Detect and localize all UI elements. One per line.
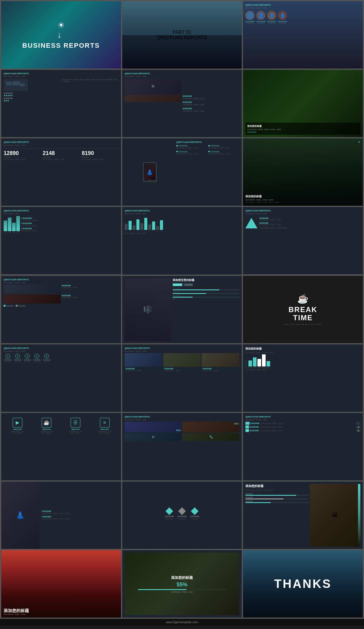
slide-8-header: QINGYUAN REPORTS	[176, 141, 239, 144]
slide-9-title: 添加您的标题	[245, 195, 279, 198]
slide-11-header: QINGYUAN REPORTS	[125, 209, 240, 212]
slide-6: 添加您的标题 添加文字描述内容，关联系统，立意深刻，内容完善，立意深刻 添加您的…	[243, 70, 363, 137]
slide-5-header: QINGYUAN REPORTS	[125, 72, 181, 75]
stat-2: 2148	[43, 150, 80, 156]
slide-21: QINGYUAN REPORTS 添加文字描述内容，关联系统，立意深刻 🔍 添加…	[243, 413, 363, 480]
slide-13-header: QINGYUAN REPORTS	[4, 278, 119, 281]
slide-17-header: QINGYUAN REPORTS	[125, 347, 240, 350]
slide-5: QINGYUAN REPORTS 添加文字描述内容，关联系统，立意深刻 📷 添加…	[122, 70, 242, 137]
slide-13: QINGYUAN REPORTS 添加文字描述内容，关联系统，立意深刻 添加您的…	[1, 276, 121, 343]
slide-24-title: 添加您的标题	[245, 484, 308, 488]
part-subtitle: QINGYUAN REPORTS	[157, 35, 207, 40]
slide-16-header: QINGYUAN REPORTS	[4, 347, 119, 350]
stat-3: 8190	[82, 150, 119, 156]
slide-4-subtext: 添加文字描述内容，关联系统，立意深刻	[4, 76, 119, 78]
slide-3-subtext: 添加文字描述内容，关联系统，立意深刻	[245, 7, 360, 9]
stat-1: 12890	[4, 150, 40, 156]
slide-6-title: 添加您的标题	[247, 124, 359, 128]
slide-20-header: QINGYUAN REPORTS	[125, 415, 240, 418]
part-number: PART 01	[172, 30, 191, 35]
slide-17: QINGYUAN REPORTS 添加文字描述内容，关联系统，立意深刻 添加您的…	[122, 344, 242, 412]
slide-11: QINGYUAN REPORTS 添加文字描述内容，关联系统，立意深刻 a b …	[122, 207, 242, 274]
slide-24: 添加您的标题 添加文字描述内容，关联系统，立意深刻，内容完善 添加您的标题 添加…	[243, 482, 363, 549]
slide-10-header: QINGYUAN REPORTS	[4, 209, 119, 212]
slide-14: 🎼 添加您宝贵的标题 添加您的标题 添加您的标题 添加您的标题 添加您的标题 添…	[122, 276, 242, 343]
slides-grid: ☀↓ BUSINESS REPORTS PART 01 QINGYUAN REP…	[0, 0, 364, 619]
slide-19: ▶ QINGYUAN 添加文字描述内容，关联系统，立意深刻 ☕ QINGYUAN…	[1, 413, 121, 480]
slide-18-title: 添加您的标题	[245, 347, 360, 351]
slide-14-title: 添加您宝贵的标题	[173, 278, 240, 282]
slide-12: QINGYUAN REPORTS 添加文字描述内容，关联系统，立意深刻 添加您的…	[243, 207, 363, 274]
slide-15-break: ☕ BREAKTIME TAKE YOUR TIME WE WILL BACK …	[243, 276, 363, 343]
slide-3: QINGYUAN REPORTS 添加文字描述内容，关联系统，立意深刻 👤 添加…	[243, 1, 363, 69]
footer-text: www.5ppt-template.com	[166, 621, 198, 624]
slide-8: 👗 QINGYUAN REPORTS 添加您的标题 添加文字描述内容，关联系统，…	[122, 138, 242, 206]
slide-25: 添加您的标题 添加文字描述内容，关联系统，立意深刻	[1, 550, 121, 618]
footer: www.5ppt-template.com	[0, 619, 364, 626]
slide-4-header: QINGYUAN REPORTS	[4, 72, 119, 75]
slide-23: 添加您的标题 添加文字描述 添加您的标题 添加文字描述 添加您的标题 添加文字描…	[122, 482, 242, 549]
slide-22: 👗 添加您的标题 添加文字描述内容，关联系统，立意深刻，内容完善 添加您的标题 …	[1, 482, 121, 549]
slide-12-header: QINGYUAN REPORTS	[245, 209, 360, 212]
slide-16: QINGYUAN REPORTS 添加文字描述内容，关联系统，立意深刻 1 添加…	[1, 344, 121, 412]
coffee-icon: ☕	[297, 293, 308, 304]
slide-27-thanks: THANKS	[243, 550, 363, 618]
slide-26: 添加您的标题 55% 添加文字描述内容，关联系统，立意深刻	[122, 550, 242, 618]
break-title: BREAKTIME	[289, 306, 317, 322]
break-subtitle: TAKE YOUR TIME WE WILL BACK SOON	[284, 324, 322, 325]
slide-25-title: 添加您的标题	[4, 608, 29, 613]
slide-7-header: QINGYUAN REPORTS	[4, 141, 119, 144]
slide-4: QINGYUAN REPORTS 添加文字描述内容，关联系统，立意深刻 添加您的…	[1, 70, 121, 137]
slide-1: ☀↓ BUSINESS REPORTS	[1, 1, 121, 69]
slide-18: 添加您的标题 添加文字描述内容，关联系统，立意深刻，内容完善 10 20 30 …	[243, 344, 363, 412]
slide-20: QINGYUAN REPORTS 添加文字描述内容，关联系统，立意深刻 55% …	[122, 413, 242, 480]
slide-26-percent: 55%	[177, 582, 187, 588]
slide-7: QINGYUAN REPORTS 添加文字描述内容，关联系统，立意深刻 1289…	[1, 138, 121, 206]
slide-3-header: QINGYUAN REPORTS	[245, 4, 360, 6]
slide-10: QINGYUAN REPORTS 添加文字描述内容，关联系统 A B C D A…	[1, 207, 121, 274]
thanks-title: THANKS	[274, 577, 332, 591]
slide-9: 添加您的标题 添加文字描述内容，关联系统，立意深刻，内容完善 添加文字描述内容，…	[243, 138, 363, 206]
slide-21-header: QINGYUAN REPORTS	[245, 415, 360, 418]
slide-26-title: 添加您的标题	[171, 575, 193, 580]
sun-icon: ☀↓	[57, 20, 65, 40]
slide-2: PART 01 QINGYUAN REPORTS	[122, 1, 242, 69]
slide-1-title: BUSINESS REPORTS	[22, 42, 100, 50]
